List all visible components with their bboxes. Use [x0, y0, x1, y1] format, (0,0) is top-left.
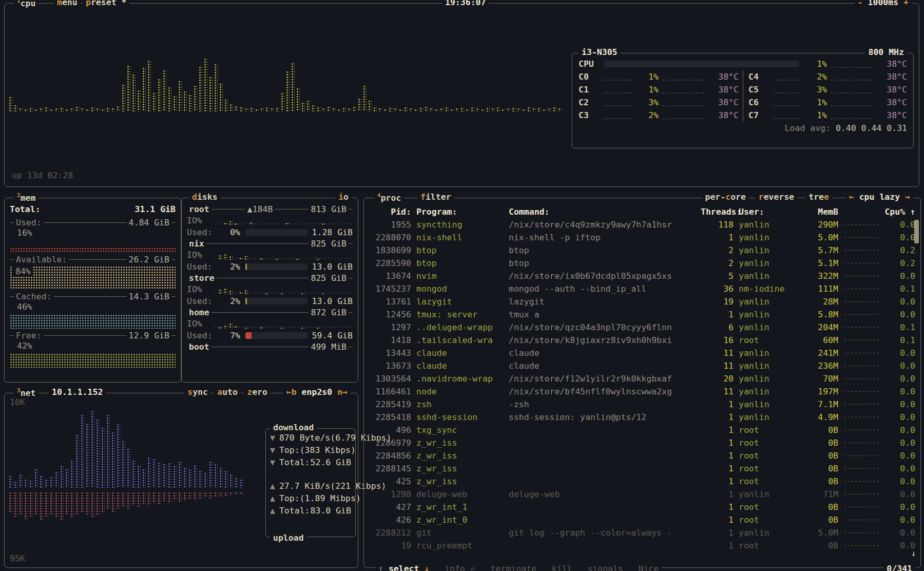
down-arrow-icon: ▼	[270, 445, 275, 455]
disks-panel: disks io root▲184B813 GiBIO%Used:0%1.28 …	[181, 198, 358, 383]
up-arrow-icon: ▲	[270, 506, 275, 516]
process-row[interactable]: 1838699btopbtop2yanlin5.7M0.2	[369, 244, 915, 257]
preset-button[interactable]: preset *	[83, 0, 129, 7]
col-program[interactable]: Program:	[416, 205, 504, 218]
per-core-toggle[interactable]: per-core	[702, 192, 749, 202]
tree-toggle[interactable]: tree	[805, 192, 832, 202]
process-row[interactable]: 2288212gitgit log --graph --color=always…	[369, 526, 915, 539]
process-row[interactable]: 12456tmux: servertmux a1yanlin5.8M0.0	[369, 308, 915, 321]
process-row[interactable]: 13761lazygitlazygit19yanlin28M0.0	[369, 295, 915, 308]
panel-title-mem[interactable]: 2mem	[14, 192, 38, 203]
process-row[interactable]: 2285418sshd-sessionsshd-session: yanlin@…	[369, 411, 915, 424]
disk-rule: nix825 GiB	[187, 238, 353, 249]
process-row[interactable]: 19rcu_preempt1root0B0.0	[369, 539, 915, 552]
selection-count: 0/341	[883, 564, 915, 571]
next-interface-button[interactable]: n→	[337, 387, 348, 397]
cpu-detail-box: i3-N305 800 MHz CPU 1% 38°C C01%38°CC11%…	[572, 53, 914, 148]
terminate-button[interactable]: terminate	[491, 564, 536, 571]
filter-button[interactable]: filter	[417, 192, 454, 202]
sort-next-button[interactable]: →	[905, 192, 910, 202]
cpu-usage-graph	[9, 55, 569, 111]
nice-button[interactable]: Nice	[639, 564, 659, 571]
col-memb[interactable]: MemB	[805, 205, 838, 218]
process-row[interactable]: 2286979z_wr_iss1root0B0.0	[369, 436, 915, 449]
process-row[interactable]: 1955syncthing/nix/store/c4q9zmkzy9awy7h7…	[369, 218, 915, 231]
disk-io-row: IO%	[187, 250, 353, 260]
process-row[interactable]: 13443claudeclaude11yanlin241M0.0	[369, 347, 915, 359]
reverse-toggle[interactable]: reverse	[755, 192, 797, 202]
net-interface-switcher[interactable]: ←b enp2s0 n→	[283, 387, 351, 397]
process-row[interactable]: 1303564.navidrome-wrap/nix/store/f12w1yi…	[369, 372, 915, 385]
core-row: C71%38°C	[748, 109, 907, 122]
panel-title-net[interactable]: 3net	[14, 387, 38, 398]
net-sync-toggle[interactable]: sync	[184, 387, 211, 397]
core-row: C11%38°C	[579, 83, 739, 96]
select-button[interactable]: select	[389, 564, 419, 571]
signals-button[interactable]: signals	[587, 564, 623, 571]
scroll-down-icon[interactable]: ↓	[911, 548, 916, 558]
col-user[interactable]: User:	[739, 205, 800, 218]
process-row[interactable]: 2284856z_wr_iss1root0B0.0	[369, 449, 915, 462]
panel-title-cpu[interactable]: 1cpu	[14, 0, 38, 8]
disk-used-row: Used:2%13.0 GiB	[187, 261, 353, 272]
prev-interface-button[interactable]: ←b	[286, 387, 297, 397]
network-panel: 3net 10.1.1.152 sync auto zero ←b enp2s0…	[4, 393, 358, 568]
select-up-icon[interactable]: ↑	[378, 564, 383, 571]
process-row[interactable]: 427z_wr_int_11root0B0.0	[369, 501, 915, 513]
down-arrow-icon: ▼	[270, 458, 275, 467]
disk-io-row: IO%	[187, 318, 353, 329]
disk-rule: home872 GiB	[187, 307, 353, 318]
net-auto-toggle[interactable]: auto	[214, 387, 241, 397]
process-row[interactable]: 1297..deluged-wrapp/nix/store/qzc04a3npl…	[369, 321, 915, 334]
process-row[interactable]: 1166461node/nix/store/bf45nflf0wylnscwwa…	[369, 385, 915, 398]
interval-decrease-button[interactable]: -	[858, 0, 863, 7]
process-row[interactable]: 1745237mongodmongod --auth --bind_ip_all…	[369, 282, 915, 295]
mem-usage-graph	[10, 353, 176, 368]
net-ip-address: 10.1.1.152	[49, 387, 106, 397]
process-row[interactable]: 13674nvim/nix/store/ix0b67dcdpl05xpagx5x…	[369, 270, 915, 282]
info-button[interactable]: info ⏎	[445, 564, 475, 571]
disk-used-row: Used:0%1.28 GiB	[187, 226, 353, 238]
process-row[interactable]: 2285590btopbtop2yanlin5.1M0.2	[369, 257, 915, 270]
panel-title-disks[interactable]: disks	[189, 192, 221, 202]
core-row: C42%38°C	[748, 70, 907, 83]
process-row[interactable]: 2285419zsh-zsh1yanlin7.1M0.0	[369, 398, 915, 411]
col-command[interactable]: Command:	[509, 205, 696, 218]
mem-usage-graph: 84%	[10, 266, 176, 290]
panel-title-proc[interactable]: 4proc	[374, 192, 404, 203]
interval-increase-button[interactable]: +	[903, 0, 909, 7]
process-row[interactable]: 496txg_sync1root0B0.0	[369, 424, 915, 436]
process-row[interactable]: 1298deluge-webdeluge-web1yanlin71M0.0	[369, 488, 915, 501]
sort-column-switcher[interactable]: ← cpu lazy →	[846, 192, 913, 202]
process-row[interactable]: 2288145z_wr_iss1root0B0.0	[369, 462, 915, 475]
mem-row-percent: 46%	[10, 302, 176, 313]
scrollbar-thumb[interactable]	[914, 220, 919, 243]
download-top-row: ▼Top:(383 Kibps)	[266, 444, 355, 456]
process-panel: 4proc filter per-core reverse tree ← cpu…	[363, 198, 921, 568]
process-row[interactable]: 2288070nix-shellnix-shell -p iftop1yanli…	[369, 231, 915, 244]
cpu-total-row: CPU 1% 38°C	[579, 58, 907, 70]
io-mode-toggle[interactable]: io	[335, 192, 352, 202]
col-pid[interactable]: Pid:	[369, 205, 411, 218]
select-down-icon[interactable]: ↓	[424, 564, 429, 571]
disk-rule: boot499 MiB	[187, 341, 353, 352]
col-threads[interactable]: Threads:	[701, 205, 734, 218]
disk-io-row: IO%	[187, 215, 353, 226]
download-speed-row: ▼870 Byte/s(6.79 Kibps)	[266, 432, 355, 444]
core-row: C53%38°C	[748, 83, 907, 96]
process-row[interactable]: 425z_wr_iss1root0B0.0	[369, 475, 915, 488]
menu-button[interactable]: menu	[54, 0, 81, 7]
process-row[interactable]: 13673claudeclaude11yanlin236M0.0	[369, 359, 915, 372]
process-table-header: Pid: Program: Command: Threads: User: Me…	[369, 205, 915, 218]
up-arrow-icon: ▲	[270, 493, 275, 503]
sort-prev-button[interactable]: ←	[849, 192, 854, 202]
process-row[interactable]: 426z_wr_int_01root0B0.0	[369, 513, 915, 526]
update-interval-control[interactable]: - 1000ms +	[855, 0, 912, 7]
load-average: Load avg: 0.40 0.44 0.31	[579, 122, 907, 135]
mem-detail-rows: Used:4.84 GiB16%Available:26.2 GiB84%Cac…	[10, 217, 176, 368]
net-zero-toggle[interactable]: zero	[244, 387, 271, 397]
mem-row-rule: Free:12.9 GiB	[10, 330, 176, 341]
process-row[interactable]: 1418.tailscaled-wra/nix/store/k8jgiaxrz8…	[369, 334, 915, 347]
kill-button[interactable]: kill	[552, 564, 572, 571]
col-cpu[interactable]: Cpu% ↑	[884, 205, 915, 218]
